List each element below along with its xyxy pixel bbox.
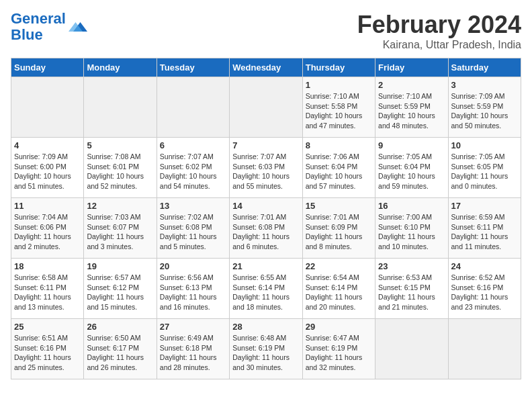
day-info: Sunrise: 7:04 AM Sunset: 6:06 PM Dayligh… [14, 212, 81, 252]
calendar-cell: 29Sunrise: 6:47 AM Sunset: 6:19 PM Dayli… [302, 319, 375, 379]
day-info: Sunrise: 7:00 AM Sunset: 6:10 PM Dayligh… [378, 212, 445, 252]
day-info: Sunrise: 6:50 AM Sunset: 6:17 PM Dayligh… [87, 333, 153, 373]
day-info: Sunrise: 7:01 AM Sunset: 6:09 PM Dayligh… [306, 212, 372, 252]
day-number: 15 [306, 201, 372, 211]
calendar-cell [375, 319, 448, 379]
day-header-friday: Friday [375, 58, 448, 77]
day-header-wednesday: Wednesday [230, 58, 302, 77]
day-number: 28 [232, 322, 299, 332]
calendar-cell: 22Sunrise: 6:54 AM Sunset: 6:14 PM Dayli… [302, 259, 375, 319]
day-number: 23 [378, 261, 445, 271]
header: General Blue February 2024 Kairana, Utta… [11, 11, 521, 51]
day-info: Sunrise: 6:49 AM Sunset: 6:18 PM Dayligh… [160, 333, 226, 373]
day-header-thursday: Thursday [302, 58, 375, 77]
day-number: 20 [160, 261, 226, 271]
calendar-cell [11, 77, 84, 138]
day-number: 5 [87, 140, 153, 150]
calendar-cell: 16Sunrise: 7:00 AM Sunset: 6:10 PM Dayli… [375, 198, 448, 259]
day-number: 3 [451, 80, 518, 90]
calendar-cell: 25Sunrise: 6:51 AM Sunset: 6:16 PM Dayli… [11, 319, 84, 379]
logo-text: General Blue [11, 11, 66, 43]
calendar-cell: 9Sunrise: 7:05 AM Sunset: 6:04 PM Daylig… [375, 138, 448, 198]
calendar-cell: 24Sunrise: 6:52 AM Sunset: 6:16 PM Dayli… [448, 259, 521, 319]
logo-line2: Blue [11, 26, 43, 43]
calendar-cell: 10Sunrise: 7:05 AM Sunset: 6:05 PM Dayli… [448, 138, 521, 198]
subtitle: Kairana, Uttar Pradesh, India [357, 39, 521, 51]
day-number: 11 [14, 201, 81, 211]
day-info: Sunrise: 6:48 AM Sunset: 6:19 PM Dayligh… [232, 333, 299, 373]
calendar-cell: 19Sunrise: 6:57 AM Sunset: 6:12 PM Dayli… [84, 259, 157, 319]
day-number: 14 [232, 201, 299, 211]
day-info: Sunrise: 6:59 AM Sunset: 6:11 PM Dayligh… [451, 212, 518, 252]
day-number: 9 [378, 140, 445, 150]
calendar-cell [157, 77, 229, 138]
calendar-cell: 18Sunrise: 6:58 AM Sunset: 6:11 PM Dayli… [11, 259, 84, 319]
calendar-cell [230, 77, 302, 138]
day-number: 25 [14, 322, 81, 332]
calendar-week-row: 1Sunrise: 7:10 AM Sunset: 5:58 PM Daylig… [11, 77, 521, 138]
day-number: 4 [14, 140, 81, 150]
day-info: Sunrise: 7:10 AM Sunset: 5:58 PM Dayligh… [306, 91, 372, 131]
day-info: Sunrise: 6:57 AM Sunset: 6:12 PM Dayligh… [87, 273, 153, 312]
day-info: Sunrise: 6:54 AM Sunset: 6:14 PM Dayligh… [306, 273, 372, 312]
calendar-cell [84, 77, 157, 138]
calendar-week-row: 11Sunrise: 7:04 AM Sunset: 6:06 PM Dayli… [11, 198, 521, 259]
main-title: February 2024 [357, 11, 521, 39]
day-number: 2 [378, 80, 445, 90]
day-info: Sunrise: 7:08 AM Sunset: 6:01 PM Dayligh… [87, 152, 153, 191]
day-number: 27 [160, 322, 226, 332]
day-info: Sunrise: 6:58 AM Sunset: 6:11 PM Dayligh… [14, 273, 81, 312]
calendar-cell: 17Sunrise: 6:59 AM Sunset: 6:11 PM Dayli… [448, 198, 521, 259]
day-info: Sunrise: 7:09 AM Sunset: 6:00 PM Dayligh… [14, 152, 81, 191]
day-number: 7 [232, 140, 299, 150]
day-number: 24 [451, 261, 518, 271]
calendar-cell: 3Sunrise: 7:09 AM Sunset: 5:59 PM Daylig… [448, 77, 521, 138]
day-header-saturday: Saturday [448, 58, 521, 77]
day-number: 13 [160, 201, 226, 211]
calendar-cell: 21Sunrise: 6:55 AM Sunset: 6:14 PM Dayli… [230, 259, 302, 319]
calendar-cell: 26Sunrise: 6:50 AM Sunset: 6:17 PM Dayli… [84, 319, 157, 379]
calendar-cell: 20Sunrise: 6:56 AM Sunset: 6:13 PM Dayli… [157, 259, 229, 319]
day-info: Sunrise: 7:06 AM Sunset: 6:04 PM Dayligh… [306, 152, 372, 191]
day-info: Sunrise: 7:05 AM Sunset: 6:04 PM Dayligh… [378, 152, 445, 191]
logo-icon [69, 17, 87, 36]
day-info: Sunrise: 7:03 AM Sunset: 6:07 PM Dayligh… [87, 212, 153, 252]
day-header-sunday: Sunday [11, 58, 84, 77]
day-info: Sunrise: 7:02 AM Sunset: 6:08 PM Dayligh… [160, 212, 226, 252]
day-info: Sunrise: 7:05 AM Sunset: 6:05 PM Dayligh… [451, 152, 518, 191]
day-number: 22 [306, 261, 372, 271]
calendar-cell: 14Sunrise: 7:01 AM Sunset: 6:08 PM Dayli… [230, 198, 302, 259]
logo: General Blue [11, 11, 87, 43]
day-info: Sunrise: 6:51 AM Sunset: 6:16 PM Dayligh… [14, 333, 81, 373]
logo-line1: General [11, 10, 66, 27]
calendar-cell: 23Sunrise: 6:53 AM Sunset: 6:15 PM Dayli… [375, 259, 448, 319]
calendar-cell: 13Sunrise: 7:02 AM Sunset: 6:08 PM Dayli… [157, 198, 229, 259]
day-number: 8 [306, 140, 372, 150]
day-number: 6 [160, 140, 226, 150]
day-info: Sunrise: 6:55 AM Sunset: 6:14 PM Dayligh… [232, 273, 299, 312]
calendar-table: SundayMondayTuesdayWednesdayThursdayFrid… [11, 58, 521, 379]
calendar-cell: 15Sunrise: 7:01 AM Sunset: 6:09 PM Dayli… [302, 198, 375, 259]
day-info: Sunrise: 7:09 AM Sunset: 5:59 PM Dayligh… [451, 91, 518, 131]
calendar-cell: 5Sunrise: 7:08 AM Sunset: 6:01 PM Daylig… [84, 138, 157, 198]
day-number: 17 [451, 201, 518, 211]
day-info: Sunrise: 6:53 AM Sunset: 6:15 PM Dayligh… [378, 273, 445, 312]
day-info: Sunrise: 7:07 AM Sunset: 6:03 PM Dayligh… [232, 152, 299, 191]
day-number: 21 [232, 261, 299, 271]
day-info: Sunrise: 7:01 AM Sunset: 6:08 PM Dayligh… [232, 212, 299, 252]
calendar-cell: 4Sunrise: 7:09 AM Sunset: 6:00 PM Daylig… [11, 138, 84, 198]
day-number: 1 [306, 80, 372, 90]
calendar-cell: 11Sunrise: 7:04 AM Sunset: 6:06 PM Dayli… [11, 198, 84, 259]
day-info: Sunrise: 7:07 AM Sunset: 6:02 PM Dayligh… [160, 152, 226, 191]
day-info: Sunrise: 6:56 AM Sunset: 6:13 PM Dayligh… [160, 273, 226, 312]
calendar-cell: 7Sunrise: 7:07 AM Sunset: 6:03 PM Daylig… [230, 138, 302, 198]
calendar-cell: 1Sunrise: 7:10 AM Sunset: 5:58 PM Daylig… [302, 77, 375, 138]
day-info: Sunrise: 6:47 AM Sunset: 6:19 PM Dayligh… [306, 333, 372, 373]
day-number: 18 [14, 261, 81, 271]
calendar-cell: 27Sunrise: 6:49 AM Sunset: 6:18 PM Dayli… [157, 319, 229, 379]
day-info: Sunrise: 7:10 AM Sunset: 5:59 PM Dayligh… [378, 91, 445, 131]
calendar-cell: 28Sunrise: 6:48 AM Sunset: 6:19 PM Dayli… [230, 319, 302, 379]
day-number: 10 [451, 140, 518, 150]
day-info: Sunrise: 6:52 AM Sunset: 6:16 PM Dayligh… [451, 273, 518, 312]
day-number: 16 [378, 201, 445, 211]
